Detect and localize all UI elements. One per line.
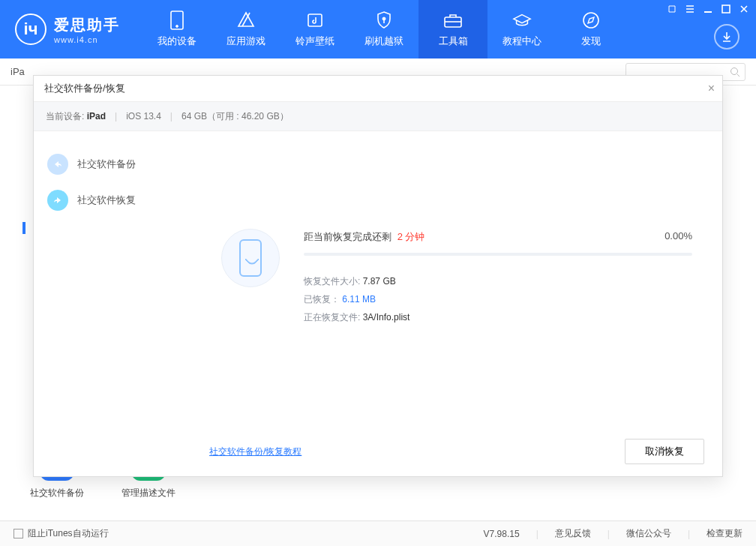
minimize-icon[interactable] — [702, 3, 714, 15]
done-value: 6.11 MB — [342, 294, 376, 304]
skin-icon[interactable] — [666, 3, 678, 15]
app-subtitle: www.i4.cn — [54, 35, 120, 44]
nav-discover[interactable]: 发现 — [556, 0, 626, 58]
device-info-bar: 当前设备: iPad | iOS 13.4 | 64 GB （可用 : 46.2… — [34, 101, 722, 131]
shield-icon — [374, 10, 394, 30]
app-logo: iч 爱思助手 www.i4.cn — [0, 14, 142, 45]
nav-label: 教程中心 — [502, 34, 542, 48]
modal-main: 距当前恢复完成还剩 2 分钟 0.00% 恢复文件大小: 7.87 GB 已恢复… — [191, 131, 722, 476]
device-icon — [167, 10, 187, 30]
menu-icon[interactable] — [684, 3, 696, 15]
file-value: 3A/Info.plist — [363, 312, 410, 322]
window-controls — [666, 3, 750, 15]
undo-arrow-icon — [47, 190, 68, 211]
modal-footer: 社交软件备份/恢复教程 取消恢复 — [191, 439, 722, 464]
nav-label: 工具箱 — [439, 34, 468, 48]
svg-point-3 — [382, 17, 386, 20]
download-button[interactable] — [714, 24, 740, 50]
block-itunes-checkbox[interactable] — [14, 529, 23, 538]
modal-sidebar: 社交软件备份 社交软件恢复 — [34, 131, 191, 476]
device-os: iOS 13.4 — [126, 111, 161, 122]
svg-rect-6 — [722, 5, 730, 13]
nav-ringtones[interactable]: 铃声壁纸 — [280, 0, 350, 58]
nav-label: 发现 — [581, 34, 601, 48]
nav-apps[interactable]: 应用游戏 — [212, 0, 280, 58]
share-arrow-icon — [47, 154, 68, 175]
side-label: 社交软件备份 — [77, 158, 136, 171]
size-label: 恢复文件大小: — [304, 276, 360, 286]
done-label: 已恢复： — [304, 294, 340, 304]
nav-jailbreak[interactable]: 刷机越狱 — [350, 0, 418, 58]
svg-point-1 — [176, 26, 178, 28]
progress-percent: 0.00% — [664, 230, 692, 242]
search-icon — [730, 67, 740, 77]
check-update-link[interactable]: 检查更新 — [706, 527, 742, 540]
side-label: 社交软件恢复 — [77, 194, 136, 207]
shortcut-label: 管理描述文件 — [122, 487, 176, 500]
nav-my-device[interactable]: 我的设备 — [142, 0, 212, 58]
restore-illustration — [221, 229, 280, 287]
modal-title: 社交软件备份/恢复 — [44, 82, 125, 95]
feedback-link[interactable]: 意见反馈 — [555, 527, 591, 540]
modal-close-icon[interactable]: × — [708, 82, 715, 95]
file-label: 正在恢复文件: — [304, 312, 360, 322]
size-value: 7.87 GB — [363, 276, 396, 286]
logo-icon: iч — [15, 14, 46, 45]
device-prefix: 当前设备: — [46, 110, 84, 123]
wechat-link[interactable]: 微信公众号 — [626, 527, 671, 540]
version-label: V7.98.15 — [484, 529, 520, 539]
app-header: iч 爱思助手 www.i4.cn 我的设备 应用游戏 铃声壁纸 — [0, 0, 756, 58]
graduation-icon — [512, 10, 532, 30]
apps-icon — [236, 10, 256, 30]
music-icon — [305, 10, 325, 30]
nav-label: 应用游戏 — [226, 34, 266, 48]
nav-label: 刷机越狱 — [364, 34, 404, 48]
modal-titlebar: 社交软件备份/恢复 × — [34, 76, 722, 101]
progress-label: 距当前恢复完成还剩 — [304, 231, 392, 242]
nav-tutorials[interactable]: 教程中心 — [488, 0, 556, 58]
toolbox-icon — [443, 10, 463, 30]
device-storage: 64 GB — [182, 111, 207, 122]
svg-rect-2 — [308, 14, 322, 26]
device-name: iPad — [87, 111, 106, 122]
cancel-restore-button[interactable]: 取消恢复 — [625, 439, 704, 464]
main-nav: 我的设备 应用游戏 铃声壁纸 刷机越狱 工具箱 — [142, 0, 626, 58]
progress-bar — [304, 253, 692, 256]
progress-detail: 恢复文件大小: 7.87 GB 已恢复： 6.11 MB 正在恢复文件: 3A/… — [304, 272, 410, 326]
selection-marker — [22, 222, 26, 234]
app-title: 爱思助手 — [54, 15, 120, 35]
shortcut-label: 社交软件备份 — [30, 487, 84, 500]
progress-row: 距当前恢复完成还剩 2 分钟 0.00% — [304, 230, 692, 256]
svg-point-7 — [731, 68, 738, 75]
nav-toolbox[interactable]: 工具箱 — [418, 0, 488, 58]
compass-icon — [581, 10, 601, 30]
side-item-backup[interactable]: 社交软件备份 — [34, 146, 191, 182]
close-icon[interactable] — [738, 3, 750, 15]
device-avail: （可用 : 46.20 GB） — [207, 110, 289, 123]
block-itunes-label: 阻止iTunes自动运行 — [28, 527, 109, 540]
phone-icon — [239, 239, 262, 277]
nav-label: 我的设备 — [158, 34, 196, 48]
svg-point-5 — [584, 13, 598, 28]
breadcrumb: iPa — [10, 66, 25, 77]
status-bar: 阻止iTunes自动运行 V7.98.15 | 意见反馈 | 微信公众号 | 检… — [0, 520, 756, 546]
side-item-restore[interactable]: 社交软件恢复 — [34, 182, 191, 218]
nav-label: 铃声壁纸 — [296, 34, 334, 48]
maximize-icon[interactable] — [720, 3, 732, 15]
social-backup-modal: 社交软件备份/恢复 × 当前设备: iPad | iOS 13.4 | 64 G… — [33, 75, 723, 477]
progress-eta: 2 分钟 — [398, 231, 425, 242]
tutorial-link[interactable]: 社交软件备份/恢复教程 — [209, 446, 302, 458]
